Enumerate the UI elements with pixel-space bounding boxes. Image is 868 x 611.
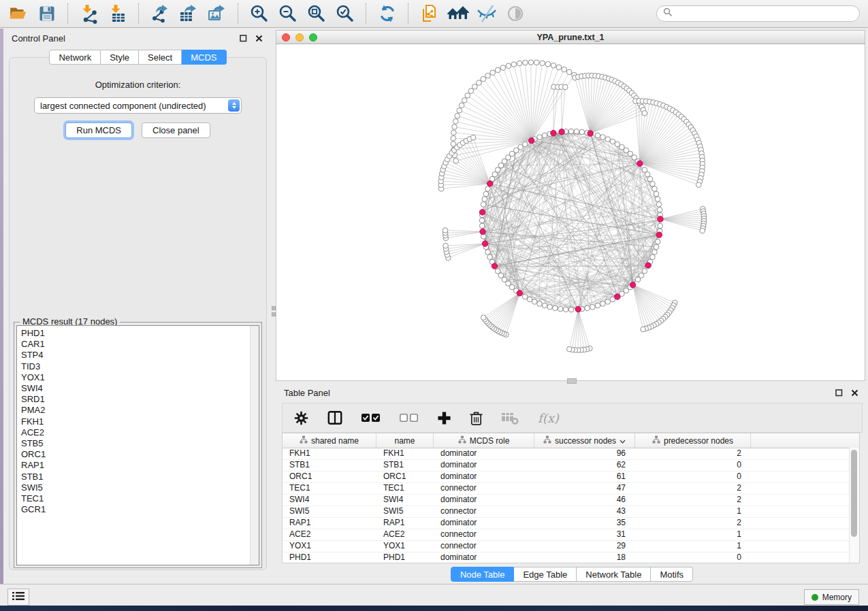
table-cell[interactable]: YOX1 [283,541,376,552]
network-node[interactable] [542,133,547,138]
network-hub-node[interactable] [645,263,651,268]
network-node[interactable] [465,93,470,99]
mcds-result-node[interactable]: STB1 [21,472,259,482]
tab-motifs[interactable]: Motifs [651,567,693,582]
network-node[interactable] [547,304,553,310]
network-node[interactable] [553,306,558,311]
network-node[interactable] [585,306,590,311]
mcds-result-node[interactable]: RAP1 [21,460,259,471]
network-node[interactable] [642,110,647,116]
table-cell[interactable]: SWI5 [283,506,376,517]
zoom-out-icon[interactable] [276,2,300,25]
network-node[interactable] [551,63,556,68]
network-node[interactable] [470,135,476,140]
table-cell[interactable]: connector [434,529,534,540]
network-node[interactable] [600,301,606,307]
network-node[interactable] [481,315,486,320]
table-cell[interactable]: ACE2 [376,529,434,540]
network-hub-node[interactable] [575,306,581,312]
network-hub-node[interactable] [487,181,493,186]
panel-splitter-handle[interactable] [272,306,276,318]
network-node[interactable] [545,61,551,67]
table-cell[interactable]: RAP1 [376,518,434,529]
network-node[interactable] [511,62,517,67]
mcds-result-node[interactable]: TID3 [21,361,259,372]
network-node[interactable] [451,130,457,135]
network-hub-node[interactable] [551,130,556,135]
table-row[interactable]: ORC1ORC1dominator610 [283,472,859,483]
show-panel-eye-icon[interactable] [504,2,527,25]
node-table[interactable]: shared namenameMCDS rolesuccessor nodesp… [282,433,860,563]
table-cell[interactable]: 29 [534,541,635,552]
network-node[interactable] [655,240,660,245]
table-scrollbar-thumb[interactable] [851,450,857,537]
table-cell[interactable]: SWI5 [376,506,434,517]
table-cell[interactable]: RAP1 [283,518,376,529]
network-edge[interactable] [553,87,558,133]
table-cell[interactable]: 2 [635,495,751,506]
table-cell[interactable]: YOX1 [376,541,434,552]
network-node[interactable] [566,346,572,352]
network-node[interactable] [658,223,663,229]
table-cell[interactable]: 1 [635,541,751,552]
open-session-icon[interactable] [7,2,30,25]
network-window-titlebar[interactable]: YPA_prune.txt_1 [276,30,865,44]
table-row[interactable]: RAP1RAP1dominator352 [283,518,859,529]
network-node[interactable] [615,142,620,147]
network-edge[interactable] [578,310,584,350]
network-node[interactable] [482,197,487,202]
network-node[interactable] [568,307,574,312]
column-header-name[interactable]: name [376,433,434,448]
zoom-in-icon[interactable] [248,2,271,25]
share-network-document-icon[interactable] [418,2,441,25]
float-table-panel-icon[interactable] [834,388,844,398]
network-node[interactable] [650,181,656,186]
network-node[interactable] [459,103,464,108]
network-hub-node[interactable] [517,291,522,296]
float-panel-icon[interactable] [238,33,248,44]
mcds-result-node[interactable]: ACE2 [21,427,259,438]
settings-icon[interactable] [293,410,309,426]
network-edge[interactable] [590,104,640,133]
table-cell[interactable]: STB1 [376,460,434,471]
network-node[interactable] [563,307,568,312]
network-node[interactable] [652,250,658,255]
add-icon[interactable] [437,411,451,425]
table-cell[interactable]: PHD1 [283,552,376,563]
table-row[interactable]: SWI4SWI4dominator462 [283,495,859,506]
network-edge[interactable] [455,121,531,140]
network-node[interactable] [600,135,606,140]
network-node[interactable] [641,327,646,332]
select-all-icon[interactable] [361,410,381,425]
mcds-result-node[interactable]: STP4 [21,350,259,361]
table-cell[interactable]: 2 [635,518,751,529]
export-image-icon[interactable] [206,2,229,25]
table-cell[interactable]: TEC1 [283,483,376,494]
network-node[interactable] [451,135,456,141]
mcds-result-node[interactable]: TEC1 [21,493,259,504]
close-panel-button[interactable]: Close panel [142,122,210,138]
network-node[interactable] [654,191,659,197]
network-edge[interactable] [633,285,649,328]
home-icon[interactable] [447,2,470,25]
network-node[interactable] [562,84,568,90]
network-edge[interactable] [445,230,483,231]
network-edge[interactable] [640,163,702,171]
table-row[interactable]: YOX1YOX1connector291 [283,541,859,552]
table-cell[interactable]: 2 [635,448,751,459]
mcds-result-node[interactable]: PMA2 [21,405,259,416]
network-node[interactable] [532,299,537,305]
search-box[interactable] [656,5,860,22]
network-node[interactable] [654,244,659,250]
network-edge[interactable] [493,73,532,141]
network-node[interactable] [485,250,491,255]
network-node[interactable] [528,60,534,65]
search-input[interactable] [676,8,859,19]
import-network-icon[interactable] [78,2,101,25]
network-node[interactable] [487,254,493,260]
network-node[interactable] [490,70,496,76]
column-header-successor-nodes[interactable]: successor nodes [534,433,635,448]
network-node[interactable] [481,202,486,208]
network-node[interactable] [534,60,539,65]
table-cell[interactable]: 18 [534,552,635,563]
